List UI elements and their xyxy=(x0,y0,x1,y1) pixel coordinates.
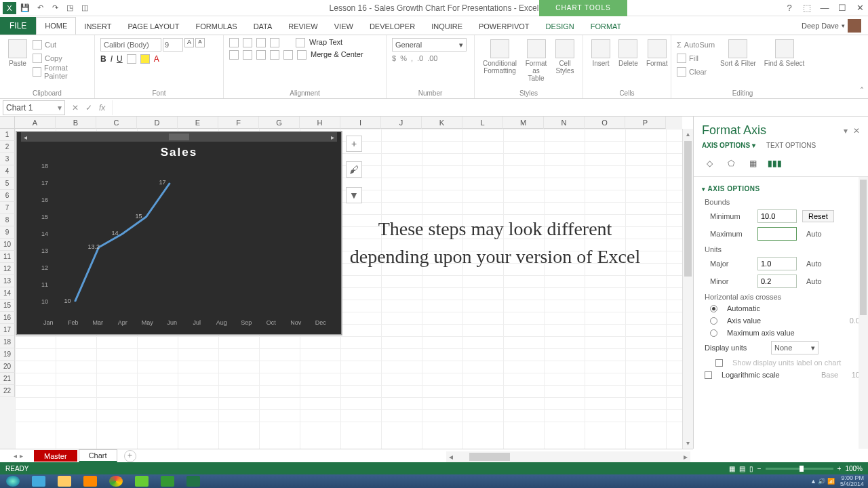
log-scale-checkbox[interactable]: Logarithmic scale Base 10 xyxy=(702,369,860,381)
row-header-22[interactable]: 22 xyxy=(0,385,15,397)
col-header-I[interactable]: I xyxy=(340,117,381,129)
copy-button[interactable]: Copy xyxy=(33,52,89,65)
col-header-O[interactable]: O xyxy=(585,117,625,129)
align-left-icon[interactable] xyxy=(229,50,239,60)
border-button[interactable] xyxy=(127,54,136,64)
page-break-view-icon[interactable]: ▯ xyxy=(749,465,753,472)
formula-input[interactable] xyxy=(112,100,868,115)
hcross-max-radio[interactable]: Maximum axis value xyxy=(702,327,860,339)
row-header-6[interactable]: 6 xyxy=(0,190,15,202)
zoom-level[interactable]: 100% xyxy=(845,465,863,472)
cut-button[interactable]: Cut xyxy=(33,38,89,52)
indent-inc-icon[interactable] xyxy=(283,50,293,60)
tab-formulas[interactable]: FORMULAS xyxy=(188,18,245,35)
start-button[interactable] xyxy=(0,474,26,488)
tab-format[interactable]: FORMAT xyxy=(583,18,630,35)
ribbon-options-icon[interactable]: ⬚ xyxy=(799,1,815,15)
cell-styles-button[interactable]: Cell Styles xyxy=(553,38,577,76)
col-header-L[interactable]: L xyxy=(462,117,503,129)
col-header-P[interactable]: P xyxy=(625,117,666,129)
col-header-A[interactable]: A xyxy=(15,117,56,129)
grow-font-icon[interactable]: A xyxy=(184,38,194,47)
row-header-4[interactable]: 4 xyxy=(0,165,15,178)
data-label[interactable]: 14 xyxy=(112,230,119,237)
tab-home[interactable]: HOME xyxy=(36,17,76,35)
vertical-scrollbar[interactable]: ▴ ▾ xyxy=(682,129,693,449)
currency-icon[interactable]: $ xyxy=(392,54,396,62)
scroll-thumb[interactable] xyxy=(684,141,692,277)
delete-cells-button[interactable]: Delete xyxy=(616,38,641,68)
align-bottom-icon[interactable] xyxy=(256,38,266,47)
conditional-formatting-button[interactable]: Conditional Formatting xyxy=(480,38,519,76)
tab-inquire[interactable]: INQUIRE xyxy=(423,18,471,35)
find-select-button[interactable]: Find & Select xyxy=(762,38,807,68)
sheet-tab-master[interactable]: Master xyxy=(34,450,77,462)
tab-review[interactable]: REVIEW xyxy=(280,18,326,35)
save-icon[interactable]: 💾 xyxy=(19,2,31,14)
row-header-2[interactable]: 2 xyxy=(0,141,15,153)
row-header-14[interactable]: 14 xyxy=(0,287,15,300)
row-header-3[interactable]: 3 xyxy=(0,153,15,165)
taskbar-ie-icon[interactable] xyxy=(26,474,52,488)
row-header-16[interactable]: 16 xyxy=(0,312,15,324)
size-props-icon[interactable]: ▦ xyxy=(745,156,760,171)
col-header-G[interactable]: G xyxy=(259,117,300,129)
italic-button[interactable]: I xyxy=(111,54,113,64)
hscroll-left-icon[interactable]: ◂ xyxy=(446,452,456,462)
fill-line-icon[interactable]: ◇ xyxy=(702,156,717,171)
chart-styles-button[interactable]: 🖌 xyxy=(346,161,362,178)
row-header-15[interactable]: 15 xyxy=(0,300,15,312)
pane-tab-axis-options[interactable]: AXIS OPTIONS ▾ xyxy=(702,142,755,149)
row-header-20[interactable]: 20 xyxy=(0,361,15,373)
tab-powerpivot[interactable]: POWERPIVOT xyxy=(471,18,538,35)
indent-dec-icon[interactable] xyxy=(270,50,279,60)
data-label[interactable]: 17 xyxy=(159,179,166,186)
major-input[interactable] xyxy=(757,257,797,270)
tab-data[interactable]: DATA xyxy=(245,18,281,35)
hcross-auto-radio[interactable]: Automatic xyxy=(702,302,860,314)
row-header-18[interactable]: 18 xyxy=(0,336,15,348)
qat-icon-1[interactable]: ◳ xyxy=(64,2,76,14)
autosum-button[interactable]: ΣAutoSum xyxy=(677,38,715,52)
select-all-button[interactable] xyxy=(0,117,15,129)
zoom-out-icon[interactable]: − xyxy=(757,465,762,472)
insert-cells-button[interactable]: Insert xyxy=(589,38,613,68)
number-format-select[interactable]: General▾ xyxy=(392,38,467,52)
sort-filter-button[interactable]: Sort & Filter xyxy=(717,38,759,68)
align-center-icon[interactable] xyxy=(243,50,252,60)
hscroll-thumb[interactable] xyxy=(469,453,510,461)
tab-insert[interactable]: INSERT xyxy=(76,18,119,35)
maximize-icon[interactable]: ☐ xyxy=(834,1,850,15)
tray-icons[interactable]: ▲ 🔊 📶 xyxy=(810,478,835,485)
pane-options-icon[interactable]: ▾ xyxy=(844,126,848,136)
minimum-reset-button[interactable]: Reset xyxy=(802,210,834,222)
col-header-H[interactable]: H xyxy=(300,117,340,129)
taskbar-media-icon[interactable] xyxy=(77,474,103,488)
col-header-B[interactable]: B xyxy=(56,117,96,129)
taskbar-app-icon[interactable] xyxy=(155,474,180,488)
tab-file[interactable]: FILE xyxy=(0,17,36,35)
row-header-5[interactable]: 5 xyxy=(0,178,15,190)
display-units-select[interactable]: None▾ xyxy=(771,341,818,354)
chart-scroll-right-icon[interactable]: ▸ xyxy=(331,134,334,141)
format-as-table-button[interactable]: Format as Table xyxy=(522,38,550,83)
underline-button[interactable]: U xyxy=(117,54,123,64)
chart-filter-button[interactable]: ▼ xyxy=(346,187,362,203)
system-tray[interactable]: ▲ 🔊 📶 9:00 PM 5/4/2014 xyxy=(810,475,864,487)
row-header-13[interactable]: 13 xyxy=(0,275,15,287)
chart-scroll-left-icon[interactable]: ◂ xyxy=(24,134,27,141)
hscroll-right-icon[interactable]: ▸ xyxy=(681,452,690,462)
orientation-icon[interactable] xyxy=(270,38,279,47)
scroll-up-icon[interactable]: ▴ xyxy=(683,129,693,140)
embedded-chart[interactable]: ◂ ▸ Sales 101112131415161718 1013.214151… xyxy=(16,131,342,335)
axis-options-icon[interactable]: ▮▮▮ xyxy=(767,156,782,171)
fill-color-button[interactable] xyxy=(140,54,150,64)
collapse-ribbon-icon[interactable]: ˄ xyxy=(860,86,864,96)
align-right-icon[interactable] xyxy=(256,50,266,60)
enter-formula-icon[interactable]: ✓ xyxy=(85,103,92,113)
col-header-E[interactable]: E xyxy=(178,117,218,129)
align-top-icon[interactable] xyxy=(229,38,239,47)
tab-developer[interactable]: DEVELOPER xyxy=(361,18,423,35)
tab-design[interactable]: DESIGN xyxy=(538,18,583,35)
user-label[interactable]: Deep Dave ▾ xyxy=(802,19,861,33)
